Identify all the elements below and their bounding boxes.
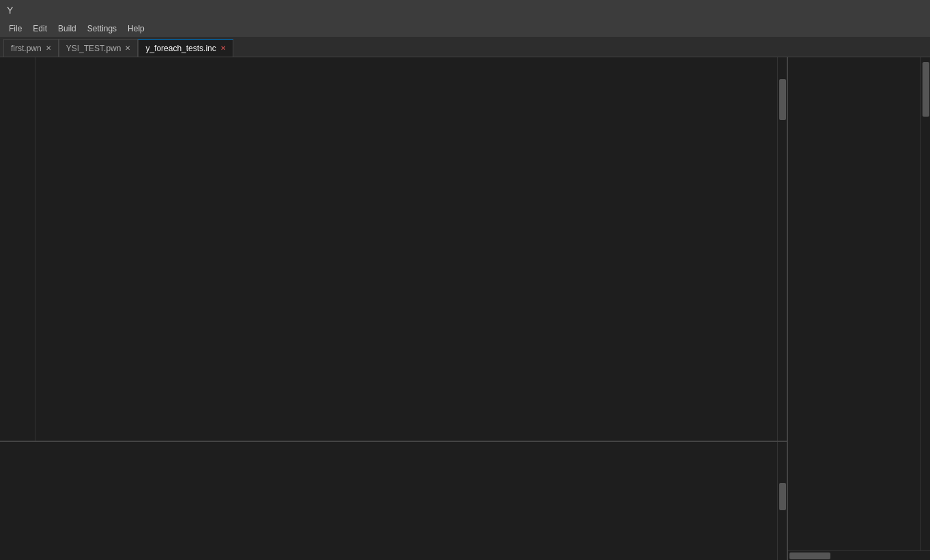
scrollbar-thumb[interactable] <box>779 79 786 120</box>
tab-ysi[interactable]: YSI_TEST.pwn ✕ <box>59 39 139 57</box>
titlebar-left: Y <box>7 5 18 16</box>
menu-file[interactable]: File <box>3 23 27 35</box>
line-numbers <box>0 57 35 441</box>
right-panel <box>787 57 930 560</box>
code-content[interactable] <box>35 57 777 441</box>
right-panel-top <box>788 57 930 550</box>
tab-ysi-close[interactable]: ✕ <box>125 44 130 52</box>
menubar: File Edit Build Settings Help <box>0 20 930 37</box>
output-section <box>0 441 787 560</box>
vertical-scrollbar[interactable] <box>777 57 787 441</box>
app-icon: Y <box>7 5 13 16</box>
menu-settings[interactable]: Settings <box>82 23 122 35</box>
code-section <box>0 57 787 441</box>
right-panel-list <box>788 57 920 550</box>
close-button[interactable] <box>910 3 923 17</box>
tab-foreach-label: y_foreach_tests.inc <box>145 44 216 53</box>
maximize-button[interactable] <box>890 3 904 17</box>
tab-foreach[interactable]: y_foreach_tests.inc ✕ <box>138 39 233 57</box>
tab-first-close[interactable]: ✕ <box>46 44 51 52</box>
minimize-button[interactable] <box>871 3 885 17</box>
right-hscrollbar[interactable] <box>788 550 930 560</box>
menu-help[interactable]: Help <box>122 23 150 35</box>
tab-ysi-label: YSI_TEST.pwn <box>66 44 121 53</box>
menu-build[interactable]: Build <box>53 23 82 35</box>
right-panel-thumb[interactable] <box>922 62 929 117</box>
output-content <box>0 442 777 560</box>
main-container <box>0 57 930 560</box>
tab-first[interactable]: first.pwn ✕ <box>3 39 59 57</box>
output-scrollbar-thumb[interactable] <box>779 483 786 510</box>
editor-area <box>0 57 787 560</box>
tabbar: first.pwn ✕ YSI_TEST.pwn ✕ y_foreach_tes… <box>0 37 930 57</box>
titlebar-controls <box>871 3 923 17</box>
right-hscrollbar-thumb[interactable] <box>789 552 830 559</box>
tab-first-label: first.pwn <box>11 44 42 53</box>
tab-foreach-close[interactable]: ✕ <box>220 44 226 52</box>
right-panel-scrollbar[interactable] <box>920 57 930 550</box>
output-scrollbar[interactable] <box>777 442 787 560</box>
titlebar: Y <box>0 0 930 20</box>
menu-edit[interactable]: Edit <box>27 23 53 35</box>
